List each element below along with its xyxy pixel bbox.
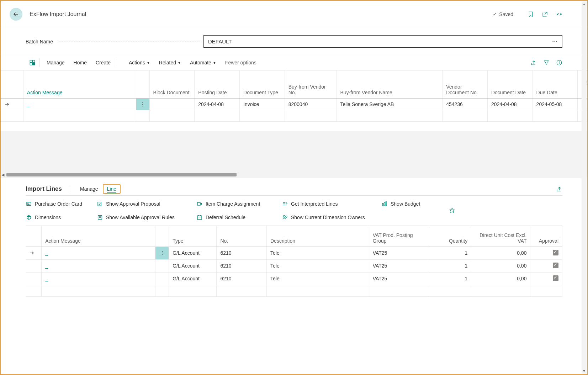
col-il-description[interactable]: Description	[267, 226, 369, 247]
list-item-empty[interactable]	[26, 285, 562, 296]
action-show-approval-proposal[interactable]: Show Approval Proposal	[97, 201, 196, 207]
svg-rect-18	[384, 202, 385, 206]
charge-icon	[196, 201, 203, 207]
svg-point-7	[559, 61, 560, 62]
action-dimensions[interactable]: Dimensions	[26, 215, 97, 220]
toolbar-automate[interactable]: Automate ▼	[190, 60, 216, 65]
col-due-date[interactable]: Due Date	[533, 70, 578, 98]
table-row-empty[interactable]	[1, 110, 587, 121]
scroll-down-arrow[interactable]: ▼	[582, 369, 586, 373]
action-item-charge-assignment[interactable]: Item Charge Assignment	[196, 201, 282, 207]
import-lines-title: Import Lines	[26, 185, 62, 192]
chevron-down-icon: ▼	[147, 61, 150, 65]
filter-icon[interactable]	[543, 59, 550, 66]
table-row[interactable]: _ ⋮ 2024-04-08 Invoice 8200040 Telia Son…	[1, 98, 587, 110]
calendar-icon	[196, 215, 203, 220]
list-item[interactable]: _ ⋮ G/L Account 6210 Tele VAT25 1 0,00	[26, 247, 562, 259]
row-menu-button[interactable]: ⋮	[155, 247, 169, 259]
chevron-down-icon: ▼	[213, 61, 216, 65]
import-lines-line-tab[interactable]: Line	[107, 186, 116, 193]
action-get-interpreted-lines[interactable]: Get Interpreted Lines	[282, 201, 381, 207]
action-show-budget[interactable]: Show Budget	[381, 201, 449, 207]
svg-rect-11	[27, 204, 30, 205]
svg-rect-4	[33, 63, 35, 65]
scroll-left-arrow[interactable]: ◀	[1, 173, 4, 177]
col-block-document[interactable]: Block Document	[149, 70, 195, 98]
toolbar-fewer-options[interactable]: Fewer options	[225, 60, 256, 65]
saved-indicator: Saved	[492, 11, 513, 17]
svg-rect-23	[197, 216, 202, 220]
row-menu-button[interactable]: ⋮	[136, 98, 149, 110]
info-icon[interactable]	[556, 59, 562, 66]
row-menu-button[interactable]	[155, 259, 169, 272]
svg-point-28	[286, 216, 287, 217]
arrow-left-icon	[13, 11, 19, 17]
share-icon[interactable]	[530, 59, 537, 66]
svg-rect-1	[30, 60, 32, 62]
batch-lookup-icon[interactable]: ···	[552, 38, 558, 44]
list-item[interactable]: _ G/L Account 6210 Tele VAT25 1 0,00	[26, 272, 562, 285]
share-icon[interactable]	[556, 186, 562, 192]
approval-checkbox[interactable]	[553, 275, 558, 281]
bookmark-icon[interactable]	[528, 11, 534, 17]
row-menu-button[interactable]	[155, 272, 169, 285]
action-show-available-approval-rules[interactable]: Show Available Approval Rules	[97, 215, 196, 220]
col-il-direct-unit-cost[interactable]: Direct Unit Cost Excl. VAT	[471, 226, 530, 247]
col-document-date[interactable]: Document Date	[487, 70, 533, 98]
col-buy-from-vendor-no[interactable]: Buy-from Vendor No.	[285, 70, 337, 98]
svg-rect-12	[98, 202, 101, 206]
action-show-current-dimension-owners[interactable]: Show Current Dimension Owners	[282, 215, 381, 220]
col-il-type[interactable]: Type	[169, 226, 217, 247]
dimensions-icon	[26, 215, 32, 220]
toolbar-manage[interactable]: Manage	[47, 60, 65, 65]
arrow-right-icon	[4, 101, 10, 107]
col-posting-date[interactable]: Posting Date	[195, 70, 240, 98]
col-il-quantity[interactable]: Quantity	[428, 226, 471, 247]
action-deferral-schedule[interactable]: Deferral Schedule	[196, 215, 282, 220]
page-title: ExFlow Import Journal	[30, 11, 86, 17]
budget-icon	[381, 201, 388, 207]
svg-rect-19	[386, 202, 387, 206]
check-icon	[492, 12, 497, 17]
approval-checkbox[interactable]	[553, 250, 558, 255]
approval-checkbox[interactable]	[553, 263, 558, 268]
col-il-no[interactable]: No.	[217, 226, 267, 247]
toolbar-related[interactable]: Related ▼	[159, 60, 181, 65]
col-il-approval[interactable]: Approval	[530, 226, 562, 247]
collapse-icon[interactable]	[556, 11, 562, 17]
col-il-vat[interactable]: VAT Prod. Posting Group	[369, 226, 428, 247]
open-new-window-icon[interactable]	[542, 11, 548, 17]
line-tab-highlight: Line	[103, 184, 121, 194]
vertical-scrollbar[interactable]: ▲ ▼	[582, 1, 587, 374]
card-icon	[26, 201, 32, 207]
toolbar-create[interactable]: Create	[96, 60, 111, 65]
back-button[interactable]	[10, 8, 22, 21]
rules-icon	[97, 215, 103, 220]
main-invoice-table: Action Message Block Document Posting Da…	[1, 70, 587, 122]
action-purchase-order-card[interactable]: Purchase Order Card	[26, 201, 97, 207]
horizontal-scrollbar[interactable]: ◀ ▶	[1, 172, 587, 178]
scrollbar-thumb[interactable]	[6, 173, 237, 176]
svg-rect-13	[197, 202, 200, 205]
col-il-action-message[interactable]: Action Message	[42, 226, 155, 247]
batch-name-label: Batch Name	[26, 39, 203, 44]
toolbar-actions[interactable]: Actions ▼	[129, 60, 150, 65]
import-lines-manage-tab[interactable]: Manage	[80, 186, 98, 192]
svg-rect-9	[27, 202, 31, 205]
row-selector-arrow[interactable]	[26, 247, 42, 259]
list-item[interactable]: _ G/L Account 6210 Tele VAT25 1 0,00	[26, 259, 562, 272]
col-action-message[interactable]: Action Message	[23, 70, 136, 98]
grid-view-icon[interactable]	[26, 58, 39, 67]
scroll-up-arrow[interactable]: ▲	[582, 2, 586, 6]
pin-icon[interactable]	[449, 207, 463, 214]
arrow-right-icon	[29, 250, 35, 256]
batch-name-input[interactable]: DEFAULT ···	[203, 35, 562, 48]
col-vendor-document-no[interactable]: Vendor Document No.	[443, 70, 488, 98]
row-selector-arrow[interactable]	[1, 98, 23, 110]
col-buy-from-vendor-name[interactable]: Buy-from Vendor Name	[337, 70, 443, 98]
col-document-type[interactable]: Document Type	[240, 70, 285, 98]
svg-point-27	[283, 216, 285, 217]
svg-rect-17	[382, 204, 383, 206]
toolbar-home[interactable]: Home	[74, 60, 87, 65]
lines-icon	[282, 201, 288, 207]
